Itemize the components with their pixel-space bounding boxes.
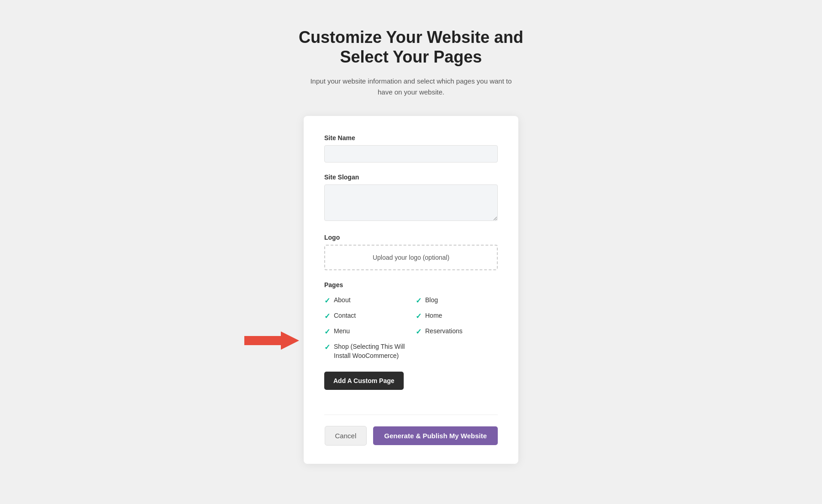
add-custom-page-button[interactable]: Add A Custom Page bbox=[324, 372, 404, 390]
check-icon-shop: ✓ bbox=[324, 343, 330, 352]
page-item-shop[interactable]: ✓ Shop (Selecting This Will Install WooC… bbox=[324, 342, 406, 360]
arrow-indicator bbox=[244, 329, 299, 352]
page-item-contact[interactable]: ✓ Contact bbox=[324, 311, 406, 320]
divider bbox=[324, 415, 498, 415]
arrow-icon bbox=[244, 329, 299, 352]
form-container: Site Name Site Slogan Logo Upload your l… bbox=[304, 116, 518, 463]
pages-label: Pages bbox=[324, 281, 498, 289]
page-item-menu[interactable]: ✓ Menu bbox=[324, 327, 406, 336]
page-item-blog[interactable]: ✓ Blog bbox=[416, 296, 498, 305]
site-slogan-label: Site Slogan bbox=[324, 173, 498, 181]
page-item-about[interactable]: ✓ About bbox=[324, 296, 406, 305]
logo-label: Logo bbox=[324, 234, 498, 241]
logo-upload-text: Upload your logo (optional) bbox=[373, 254, 449, 261]
publish-button[interactable]: Generate & Publish My Website bbox=[373, 426, 498, 445]
site-slogan-input[interactable] bbox=[324, 184, 498, 221]
page-item-label-home: Home bbox=[425, 311, 442, 320]
page-subtitle: Input your website information and selec… bbox=[306, 76, 516, 98]
page-wrapper: Customize Your Website and Select Your P… bbox=[9, 27, 813, 464]
site-name-label: Site Name bbox=[324, 134, 498, 142]
check-icon-reservations: ✓ bbox=[416, 327, 422, 336]
site-name-field-group: Site Name bbox=[324, 134, 498, 163]
page-item-label-about: About bbox=[334, 296, 351, 305]
logo-field-group: Logo Upload your logo (optional) bbox=[324, 234, 498, 270]
footer-actions: Cancel Generate & Publish My Website bbox=[324, 426, 498, 446]
check-icon-blog: ✓ bbox=[416, 296, 422, 305]
check-icon-contact: ✓ bbox=[324, 312, 330, 320]
site-name-input[interactable] bbox=[324, 145, 498, 163]
page-item-home[interactable]: ✓ Home bbox=[416, 311, 498, 320]
svg-marker-0 bbox=[244, 331, 299, 350]
logo-upload-area[interactable]: Upload your logo (optional) bbox=[324, 245, 498, 270]
check-icon-about: ✓ bbox=[324, 296, 330, 305]
page-item-label-blog: Blog bbox=[425, 296, 438, 305]
page-item-reservations[interactable]: ✓ Reservations bbox=[416, 327, 498, 336]
cancel-button[interactable]: Cancel bbox=[325, 426, 367, 446]
page-title: Customize Your Website and Select Your P… bbox=[299, 27, 523, 67]
pages-grid: ✓ About ✓ Blog ✓ Contact ✓ bbox=[324, 296, 498, 360]
form-card: Site Name Site Slogan Logo Upload your l… bbox=[304, 116, 518, 463]
check-icon-home: ✓ bbox=[416, 312, 422, 320]
page-item-label-contact: Contact bbox=[334, 311, 356, 320]
page-item-label-menu: Menu bbox=[334, 327, 350, 336]
pages-field-group: Pages ✓ About ✓ Blog ✓ Conta bbox=[324, 281, 498, 360]
page-item-label-shop: Shop (Selecting This Will Install WooCom… bbox=[334, 342, 406, 360]
page-item-label-reservations: Reservations bbox=[425, 327, 463, 336]
site-slogan-field-group: Site Slogan bbox=[324, 173, 498, 223]
check-icon-menu: ✓ bbox=[324, 327, 330, 336]
